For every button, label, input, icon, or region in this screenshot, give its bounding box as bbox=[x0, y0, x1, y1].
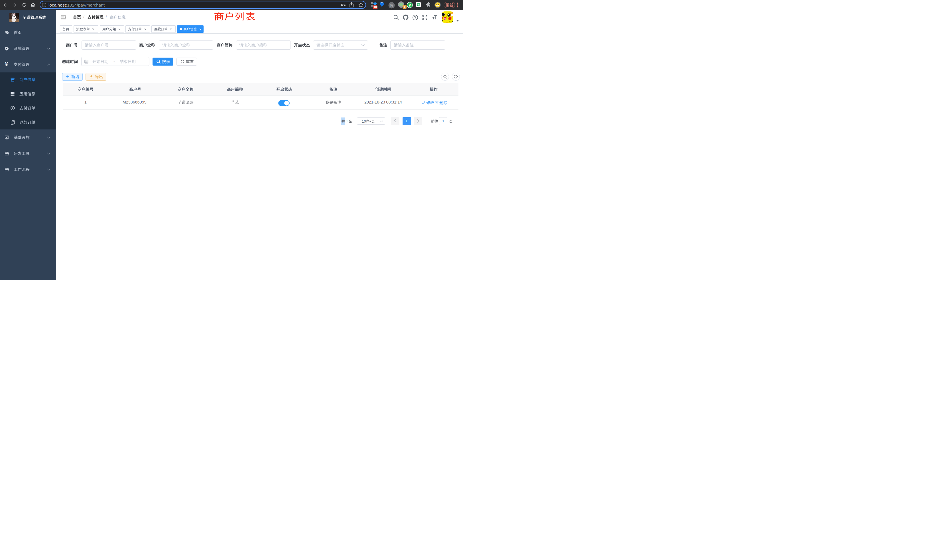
svg-text:10: 10 bbox=[374, 5, 377, 9]
svg-text:⌘: ⌘ bbox=[390, 3, 393, 8]
svg-text:1: 1 bbox=[404, 5, 406, 9]
svg-text:y: y bbox=[409, 3, 411, 7]
